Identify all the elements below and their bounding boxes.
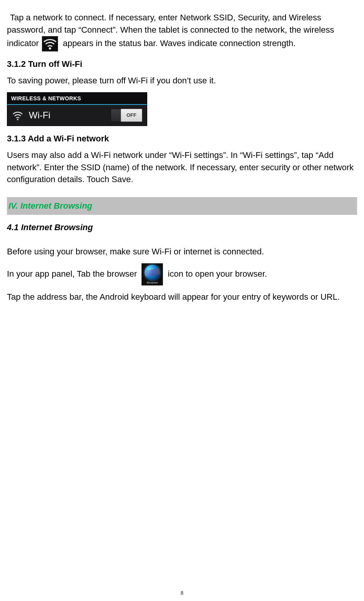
browser-app-icon: Browser xyxy=(141,263,163,286)
wifi-settings-panel-figure: WIRELESS & NETWORKS Wi-Fi OFF xyxy=(7,92,147,126)
section-heading-bar: IV. Internet Browsing xyxy=(7,197,357,215)
wifi-panel-row: Wi-Fi OFF xyxy=(7,105,147,126)
wifi-indicator-icon xyxy=(42,36,58,51)
body-paragraph: Users may also add a Wi-Fi network under… xyxy=(7,149,357,186)
body-paragraph: Before using your browser, make sure Wi-… xyxy=(7,246,357,258)
spacer xyxy=(7,238,357,246)
globe-icon xyxy=(145,265,160,280)
body-paragraph: In your app panel, Tab the browser Brows… xyxy=(7,263,357,286)
document-page: Tap a network to connect. If necessary, … xyxy=(0,0,364,601)
heading-internet-browsing: 4.1 Internet Browsing xyxy=(7,222,357,232)
wifi-panel-header: WIRELESS & NETWORKS xyxy=(7,93,147,105)
page-number: 8 xyxy=(0,590,364,596)
wifi-row-label: Wi-Fi xyxy=(29,110,105,121)
body-paragraph: To saving power, please turn off Wi-Fi i… xyxy=(7,75,357,87)
body-paragraph: Tap the address bar, the Android keyboar… xyxy=(7,291,357,303)
body-paragraph: Tap a network to connect. If necessary, … xyxy=(7,12,357,51)
text-run: appears in the status bar. Waves indicat… xyxy=(63,38,296,48)
browser-icon-label: Browser xyxy=(142,281,163,285)
wifi-icon xyxy=(12,110,23,121)
svg-point-1 xyxy=(17,119,18,120)
text-run: In your app panel, Tab the browser xyxy=(7,269,139,279)
heading-turn-off-wifi: 3.1.2 Turn off Wi-Fi xyxy=(7,59,357,69)
text-run: icon to open your browser. xyxy=(168,269,267,279)
heading-add-wifi-network: 3.1.3 Add a Wi-Fi network xyxy=(7,134,357,144)
wifi-toggle-knob: OFF xyxy=(121,109,142,122)
svg-point-0 xyxy=(49,47,51,50)
wifi-toggle: OFF xyxy=(111,109,142,122)
section-heading-text: IV. Internet Browsing xyxy=(8,201,92,211)
